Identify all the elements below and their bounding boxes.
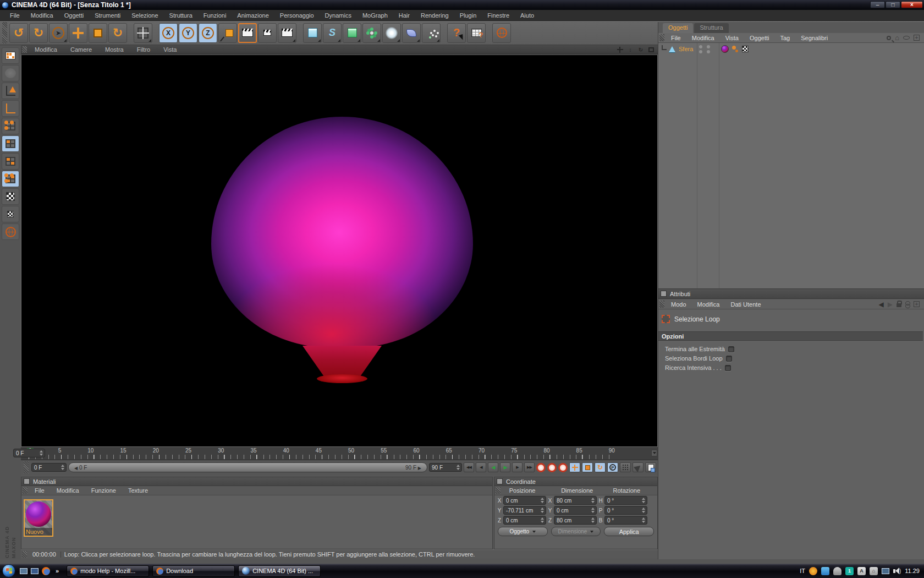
clock[interactable]: 11.29 — [905, 568, 920, 574]
vp-menu-mostra[interactable]: Mostra — [98, 46, 130, 53]
timeline-ruler[interactable]: 0510 152025 303540 455055 606570 758085 … — [21, 447, 658, 460]
toolbar-grip[interactable] — [2, 22, 7, 43]
vp-menu-filtro[interactable]: Filtro — [130, 46, 157, 53]
coordinates-grip[interactable] — [496, 487, 501, 494]
coordinates-header[interactable]: Coordinate — [494, 477, 657, 486]
close-button[interactable]: × — [901, 1, 923, 8]
materials-menu-grip[interactable] — [23, 487, 28, 494]
autokey-button[interactable] — [547, 463, 557, 472]
tab-oggetti[interactable]: Oggetti — [663, 23, 693, 33]
viewport-menu-grip[interactable] — [22, 46, 27, 53]
menu-animazione[interactable]: Animazione — [232, 12, 274, 19]
tray-language-a-icon[interactable]: A — [857, 567, 866, 575]
maximize-button[interactable]: □ — [886, 1, 900, 8]
menu-personaggio[interactable]: Personaggio — [274, 12, 320, 19]
taskbar-button-modo-help[interactable]: modo Help - Mozill... — [67, 565, 149, 577]
render-view-button[interactable] — [238, 23, 257, 43]
lock-y-axis-button[interactable]: Y — [179, 23, 197, 43]
object-name[interactable]: Sfera — [679, 46, 693, 52]
go-to-end-button[interactable]: ▶▶ — [524, 462, 535, 472]
switch-windows-icon[interactable] — [31, 568, 38, 574]
record-rotation-toggle[interactable]: ↻ — [595, 462, 606, 472]
visibility-filter-icon[interactable] — [903, 36, 910, 40]
model-mode-button[interactable] — [2, 83, 19, 99]
options-section-header[interactable]: Opzioni — [658, 331, 923, 341]
zoom-view-icon[interactable]: ↕ — [626, 46, 635, 53]
attr-menu-modo[interactable]: Modo — [666, 301, 692, 308]
minimize-button[interactable]: – — [870, 1, 885, 8]
position-x-field[interactable]: 0 cm — [503, 496, 546, 505]
workplane-button[interactable] — [2, 223, 19, 240]
menu-aiuto[interactable]: Aiuto — [515, 12, 540, 19]
menu-file[interactable]: File — [4, 12, 25, 19]
vp-menu-camere[interactable]: Camere — [64, 46, 98, 53]
keyframe-selection-button[interactable] — [558, 463, 568, 472]
materials-menu-file[interactable]: File — [29, 487, 51, 494]
materials-menu-funzione[interactable]: Funzione — [85, 487, 122, 494]
phong-tag-icon[interactable] — [742, 46, 749, 52]
seleziona-bordi-checkbox[interactable] — [726, 356, 732, 362]
menu-plugin[interactable]: Plugin — [454, 12, 482, 19]
redo-button[interactable]: ↻ — [29, 23, 48, 43]
previous-frame-button[interactable]: ◀ — [488, 462, 498, 472]
render-settings-button[interactable] — [278, 23, 296, 43]
size-z-field[interactable]: 80 cm — [554, 516, 597, 525]
lock-z-axis-button[interactable]: Z — [199, 23, 217, 43]
status-grip[interactable] — [22, 551, 27, 558]
network-icon[interactable] — [882, 568, 889, 574]
record-scale-toggle[interactable] — [582, 462, 593, 472]
quicklaunch-chevron-icon[interactable]: » — [56, 568, 59, 574]
add-deformer-button[interactable] — [382, 23, 401, 43]
live-selection-button[interactable]: ➤ — [49, 23, 68, 43]
polygons-mode-button[interactable] — [2, 153, 19, 170]
menu-modifica[interactable]: Modifica — [25, 12, 59, 19]
frame-range-slider[interactable]: ◀ 0 F 90 F ▶ — [68, 462, 427, 472]
show-desktop-icon[interactable] — [20, 568, 28, 574]
texture-mode-button[interactable] — [2, 188, 19, 205]
play-sound-button[interactable] — [632, 462, 644, 472]
om-menu-modifica[interactable]: Modifica — [686, 35, 720, 41]
object-manager-grip[interactable] — [659, 34, 664, 41]
menu-rendering[interactable]: Rendering — [415, 12, 454, 19]
move-button[interactable] — [69, 23, 87, 43]
content-browser-button[interactable]: ? — [467, 23, 486, 43]
vp-menu-vista[interactable]: Vista — [157, 46, 183, 53]
firefox-quicklaunch-icon[interactable] — [42, 567, 50, 575]
history-forward-icon[interactable]: ▶ — [888, 301, 893, 308]
taskbar-button-cinema4d[interactable]: CINEMA 4D (64 Bit) ... — [238, 565, 321, 577]
start-frame-field[interactable]: 0 F — [31, 463, 67, 472]
selection-tag-icon[interactable] — [732, 45, 739, 53]
taskbar-button-download[interactable]: Download — [152, 565, 235, 577]
rotate-view-icon[interactable]: ↻ — [636, 46, 645, 53]
help-button[interactable]: ? — [447, 23, 466, 43]
slider-right-arrow-icon[interactable]: ▶ — [418, 466, 421, 471]
attributes-header[interactable]: Attributi — [658, 288, 924, 299]
play-button[interactable]: ▶ — [500, 462, 510, 472]
vp-menu-modifica[interactable]: Modifica — [28, 46, 64, 53]
attr-menu-modifica[interactable]: Modifica — [692, 301, 725, 308]
frame-number-box[interactable]: 0 F — [13, 449, 45, 457]
start-frame-spinner[interactable] — [61, 464, 65, 471]
size-y-field[interactable]: 0 cm — [554, 506, 597, 515]
om-menu-oggetti[interactable]: Oggetti — [744, 35, 774, 41]
rotation-h-field[interactable]: 0 ° — [604, 496, 647, 505]
language-indicator[interactable]: IT — [800, 568, 805, 574]
add-hypernurbs-button[interactable] — [343, 23, 361, 43]
history-back-icon[interactable]: ◀ — [879, 301, 884, 308]
menu-strumenti[interactable]: Strumenti — [89, 12, 126, 19]
ricerca-intensiva-checkbox[interactable] — [725, 365, 731, 371]
position-y-field[interactable]: -70.711 cm — [503, 506, 546, 515]
rotate-button[interactable]: ↻ — [108, 23, 127, 43]
materials-header[interactable]: Materiali — [21, 477, 492, 486]
lock-icon[interactable] — [897, 303, 901, 307]
menu-dynamics[interactable]: Dynamics — [320, 12, 357, 19]
menu-oggetti[interactable]: Oggetti — [59, 12, 89, 19]
slider-left-arrow-icon[interactable]: ◀ — [74, 466, 78, 471]
maximize-view-icon[interactable] — [647, 46, 656, 53]
object-axis-mode-button[interactable] — [2, 100, 19, 117]
om-menu-tag[interactable]: Tag — [774, 35, 795, 41]
object-row-sfera[interactable]: Sfera — [658, 43, 924, 54]
materials-menu-modifica[interactable]: Modifica — [51, 487, 85, 494]
position-z-field[interactable]: 0 cm — [503, 516, 546, 525]
volume-icon[interactable]: ) — [893, 568, 901, 574]
